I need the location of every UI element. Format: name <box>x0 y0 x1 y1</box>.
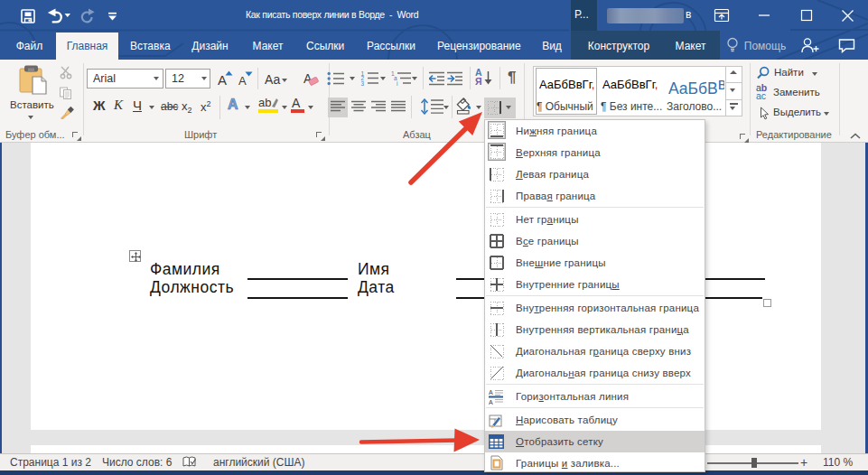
svg-text:А: А <box>489 399 493 405</box>
svg-text:А: А <box>489 389 493 396</box>
svg-text:3: 3 <box>361 80 365 87</box>
svg-text:i: i <box>397 80 397 87</box>
